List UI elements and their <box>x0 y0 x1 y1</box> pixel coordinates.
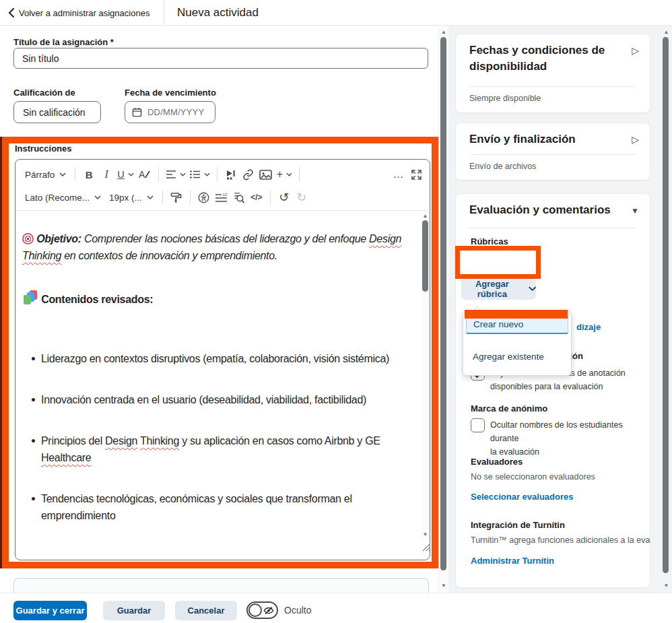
chevron-down-icon[interactable]: ▼ <box>631 206 639 216</box>
submission-card-title[interactable]: Envío y finalización <box>469 131 576 147</box>
font-color-button[interactable]: A <box>136 165 154 184</box>
plus-glyph: + <box>277 168 283 181</box>
card-divider <box>469 154 636 155</box>
chevron-down-icon <box>529 286 536 292</box>
paragraph-format-select[interactable]: Párrafo <box>21 165 70 184</box>
content-scrollbar-thumb[interactable] <box>440 37 446 570</box>
insert-link-button[interactable] <box>240 165 257 184</box>
add-rubric-button[interactable]: Agregar rúbrica <box>461 277 536 300</box>
paint-roller-icon <box>170 192 182 203</box>
save-button[interactable]: Guardar <box>103 601 165 620</box>
font-family-select[interactable]: Lato (Recome... <box>21 188 105 207</box>
underline-glyph: U <box>117 169 124 180</box>
text-run: Thinking <box>140 435 179 447</box>
font-size-select[interactable]: 19px (... <box>105 188 158 207</box>
fullscreen-button[interactable] <box>407 165 425 184</box>
contents-list: Liderazgo en contextos disruptivos (empa… <box>22 333 421 539</box>
editor-scrollbar[interactable]: ▲ ▼ <box>421 212 430 539</box>
insert-stuff-button[interactable] <box>222 165 240 184</box>
insert-more-button[interactable]: + <box>275 165 294 184</box>
toolbar-separator <box>217 167 217 182</box>
bold-button[interactable]: B <box>80 165 98 184</box>
assignment-editor-page: Volver a administrar asignaciones Nueva … <box>0 0 672 623</box>
action-footer: Guardar y cerrar Guardar Cancelar Oculto <box>0 593 672 623</box>
editor-resize-handle[interactable] <box>422 544 430 552</box>
top-header: Volver a administrar asignaciones Nueva … <box>0 0 672 26</box>
editor-scrollbar-thumb[interactable] <box>422 220 428 292</box>
page-scrollbar[interactable]: ▲ ▼ <box>661 27 671 591</box>
availability-summary: Siempre disponible <box>469 94 541 103</box>
scroll-up-arrow[interactable]: ▲ <box>439 29 448 36</box>
title-input[interactable] <box>13 48 428 69</box>
toggle-knob[interactable] <box>248 603 262 617</box>
scroll-down-arrow[interactable]: ▼ <box>439 583 448 589</box>
chevron-down-icon <box>59 172 66 176</box>
visibility-toggle[interactable] <box>246 601 278 619</box>
cancel-button[interactable]: Cancelar <box>175 601 237 620</box>
pencil-slash-icon <box>145 170 150 178</box>
grade-selector[interactable]: Sin calificación <box>13 101 101 123</box>
instructions-label: Instrucciones <box>15 143 72 154</box>
chevron-down-icon <box>286 172 292 176</box>
list-item: Tendencias tecnológicas, económicas y so… <box>41 490 421 524</box>
redo-button[interactable]: ↻ <box>293 188 310 207</box>
chevron-down-icon <box>180 172 186 176</box>
select-evaluators-link[interactable]: Seleccionar evaluadores <box>471 492 573 502</box>
editor-toolbar-row1: Párrafo B I U A <box>21 162 425 187</box>
font-color-glyph: A <box>139 169 145 180</box>
accessibility-icon <box>198 192 209 203</box>
italic-button[interactable]: I <box>98 165 115 184</box>
insert-image-button[interactable] <box>257 165 275 184</box>
preview-search-icon <box>233 192 244 203</box>
add-rubric-menu: Crear nuevo Agregar existente <box>463 311 572 376</box>
availability-card-title[interactable]: Fechas y condiciones de disponibilidad <box>469 42 605 75</box>
evaluation-card-title[interactable]: Evaluación y comentarios <box>469 202 611 218</box>
editor-content[interactable]: Objetivo: Comprender las nociones básica… <box>22 214 421 539</box>
save-and-close-button[interactable]: Guardar y cerrar <box>13 601 87 620</box>
list-button[interactable] <box>188 165 212 184</box>
chevron-right-icon[interactable]: ▷ <box>632 45 639 56</box>
due-date-label: Fecha de vencimiento <box>125 88 216 98</box>
preview-button[interactable] <box>230 188 248 207</box>
chevron-down-icon <box>94 195 101 199</box>
menu-item-add-existing[interactable]: Agregar existente <box>466 347 568 366</box>
text-run: Innovación centrada en el usuario (desea… <box>41 394 366 405</box>
back-link[interactable]: Volver a administrar asignaciones <box>8 5 149 20</box>
manage-turnitin-link[interactable]: Administrar Turnitin <box>471 556 554 566</box>
anonymous-marking-checkbox[interactable] <box>471 418 485 432</box>
contents-heading: Contenidos revisados: <box>22 291 421 308</box>
anonymous-marking-checkbox-label: Ocultar nombres de los estudiantes duran… <box>490 418 650 459</box>
content-scrollbar[interactable]: ▲ ▼ <box>438 27 448 591</box>
menu-item-create-new[interactable]: Crear nuevo <box>466 315 568 334</box>
scroll-up-arrow[interactable]: ▲ <box>421 213 430 220</box>
align-button[interactable] <box>164 165 188 184</box>
evaluation-card: Evaluación y comentarios ▼ Rúbricas Agre… <box>455 193 650 588</box>
text-run: Tendencias tecnológicas, económicas y so… <box>41 493 352 521</box>
word-count-button[interactable]: 123 <box>213 188 230 207</box>
card-divider <box>469 86 636 87</box>
header-divider <box>164 0 164 25</box>
svg-text:123: 123 <box>223 193 228 197</box>
undo-button[interactable]: ↺ <box>275 188 293 207</box>
settings-sidebar: Fechas y condiciones de disponibilidad ▷… <box>448 26 672 593</box>
toolbar-overflow-button[interactable]: … <box>390 165 407 184</box>
chevron-right-icon[interactable]: ▷ <box>632 134 639 145</box>
rubrics-label: Rúbricas <box>471 236 508 247</box>
source-code-button[interactable]: </> <box>248 188 265 207</box>
accessibility-checker-button[interactable] <box>195 188 213 207</box>
insert-stuff-icon <box>225 170 237 180</box>
format-painter-button[interactable] <box>168 188 185 207</box>
scroll-down-arrow[interactable]: ▼ <box>421 531 430 538</box>
toolbar-bottom-divider <box>16 210 429 211</box>
page-scrollbar-thumb[interactable] <box>663 37 669 573</box>
font-family-value: Lato (Recome... <box>25 193 90 203</box>
turnitin-label: Integración de Turnitin <box>471 520 565 530</box>
em-target-icon <box>22 233 34 244</box>
link-icon <box>242 169 254 181</box>
scroll-up-arrow[interactable]: ▲ <box>661 29 671 36</box>
collapsed-section-partial <box>13 578 429 594</box>
scroll-down-arrow[interactable]: ▼ <box>661 583 671 589</box>
partially-hidden-link[interactable]: dizaje <box>576 322 601 332</box>
due-date-input[interactable]: DD/MM/YYYY <box>125 101 215 123</box>
underline-button[interactable]: U <box>115 165 135 184</box>
